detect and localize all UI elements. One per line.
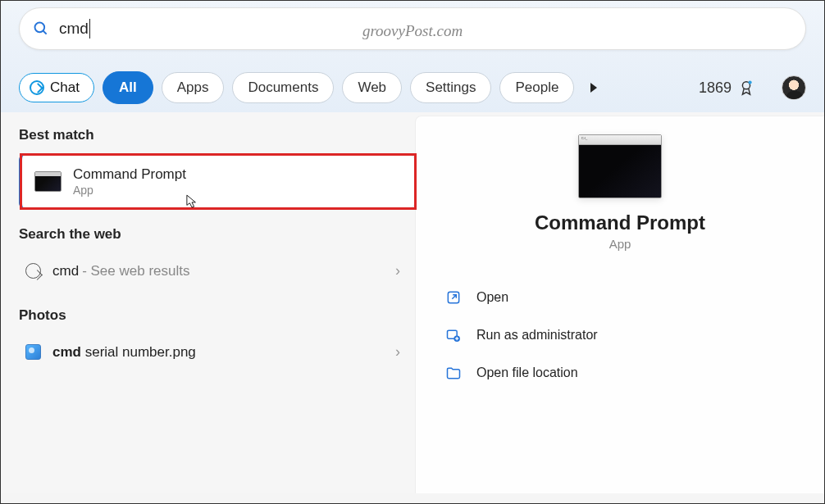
svg-point-0 xyxy=(35,23,45,33)
tab-people[interactable]: People xyxy=(499,72,574,103)
section-photos: Photos xyxy=(19,307,415,324)
tab-all[interactable]: All xyxy=(103,71,153,104)
photo-rest: serial number.png xyxy=(81,344,196,360)
detail-subtitle: App xyxy=(416,237,824,251)
user-avatar[interactable] xyxy=(782,75,806,100)
chevron-right-icon: › xyxy=(395,262,400,279)
detail-title: Command Prompt xyxy=(416,211,824,234)
svg-line-1 xyxy=(43,31,47,34)
detail-panel: C:\_ Command Prompt App Open Run as admi… xyxy=(415,116,824,493)
section-search-web: Search the web xyxy=(19,226,415,243)
text-cursor xyxy=(89,19,90,39)
action-run-admin[interactable]: Run as administrator xyxy=(440,316,800,354)
svg-point-3 xyxy=(748,80,751,84)
photo-bold: cmd xyxy=(52,344,81,360)
section-best-match: Best match xyxy=(19,127,415,143)
admin-icon xyxy=(445,327,462,343)
medal-icon xyxy=(737,79,755,97)
chat-label: Chat xyxy=(50,79,80,96)
actions-list: Open Run as administrator Open file loca… xyxy=(416,279,824,392)
tab-settings[interactable]: Settings xyxy=(410,72,491,103)
search-text: cmd xyxy=(59,20,89,38)
action-file-location[interactable]: Open file location xyxy=(440,354,800,392)
search-bar[interactable]: cmd xyxy=(19,7,806,50)
image-file-icon xyxy=(25,344,41,360)
result-subtitle: App xyxy=(73,184,186,197)
action-location-label: Open file location xyxy=(476,366,578,380)
more-tabs-icon[interactable] xyxy=(587,81,600,94)
web-hint: - See web results xyxy=(82,263,189,279)
result-text: Command Prompt App xyxy=(73,166,186,197)
tab-web[interactable]: Web xyxy=(342,72,402,103)
search-header: cmd xyxy=(1,1,824,60)
filter-tabs: Chat All Apps Documents Web Settings Peo… xyxy=(1,60,824,112)
action-open-label: Open xyxy=(476,290,508,305)
results-column: Best match Command Prompt App Search the… xyxy=(1,112,415,493)
points-number: 1869 xyxy=(699,79,732,97)
rewards-points[interactable]: 1869 xyxy=(699,79,755,97)
tab-apps[interactable]: Apps xyxy=(162,72,225,103)
chat-button[interactable]: Chat xyxy=(19,73,94,102)
best-match-result[interactable]: Command Prompt App xyxy=(19,155,415,208)
tab-documents[interactable]: Documents xyxy=(232,72,334,103)
action-open[interactable]: Open xyxy=(440,279,800,316)
content-area: Best match Command Prompt App Search the… xyxy=(1,112,824,493)
app-icon-large: C:\_ xyxy=(578,134,662,198)
web-search-icon xyxy=(25,263,41,279)
open-icon xyxy=(445,289,462,306)
web-result-row[interactable]: cmd- See web results › xyxy=(19,252,415,289)
search-icon xyxy=(33,20,49,37)
web-query: cmd xyxy=(52,263,79,279)
chevron-right-icon: › xyxy=(395,343,400,361)
folder-icon xyxy=(445,365,462,381)
action-admin-label: Run as administrator xyxy=(476,328,598,343)
photo-result-row[interactable]: cmd serial number.png › xyxy=(19,334,415,370)
result-title: Command Prompt xyxy=(73,166,186,183)
cmd-icon xyxy=(34,171,62,192)
cursor-pointer-icon xyxy=(186,193,198,210)
bing-icon xyxy=(30,80,44,95)
